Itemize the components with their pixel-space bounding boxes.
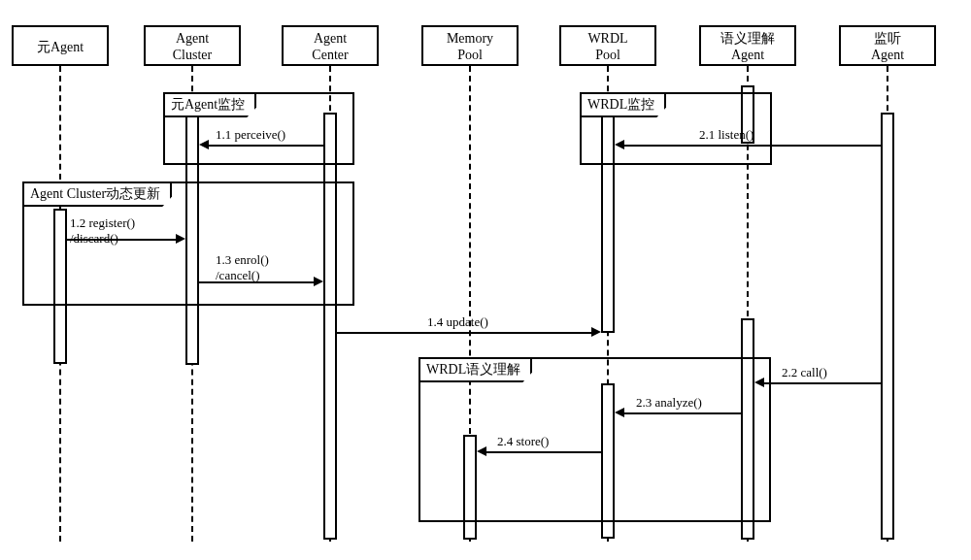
arrow-left-icon [754, 378, 764, 387]
lifeline-label-l1: Memory [447, 31, 493, 46]
message-label: 2.3 analyze() [636, 395, 702, 411]
activation-bar [323, 113, 337, 540]
arrow-right-icon [314, 277, 323, 286]
lifeline-label-l2: Pool [595, 48, 620, 62]
arrow-left-icon [615, 408, 624, 417]
arrow-left-icon [199, 140, 209, 149]
message-line [624, 412, 741, 414]
lifeline-semantic-agent: 语义理解 Agent [699, 25, 796, 66]
lifeline-label-l2: Agent [871, 48, 904, 62]
frame-label: WRDL语义理解 [419, 357, 532, 382]
lifeline-memory-pool: Memory Pool [421, 25, 519, 66]
lifeline-label-l2: Cluster [173, 48, 212, 62]
arrow-right-icon [591, 327, 601, 337]
lifeline-listen-agent: 监听 Agent [839, 25, 936, 66]
message-label: 2.2 call() [782, 365, 827, 380]
arrow-left-icon [477, 446, 486, 456]
message-label: 1.4 update() [427, 314, 488, 330]
lifeline-label-l1: 监听 [874, 31, 901, 46]
sequence-diagram: 元Agent Agent Cluster Agent Center Memory… [0, 0, 971, 560]
lifeline-label-l2: Agent [731, 48, 764, 62]
lifeline-label: 元Agent [37, 40, 84, 54]
message-label: 1.1 perceive() [216, 127, 285, 143]
message-label: 1.2 register() /discard() [70, 215, 135, 246]
message-label: 2.1 listen() [699, 127, 753, 143]
lifeline-meta-agent: 元Agent [12, 25, 109, 66]
lifeline-label-l1: Agent [314, 31, 347, 46]
lifeline-label-l2: Center [312, 48, 348, 62]
message-line [337, 332, 591, 334]
message-label: 1.3 enrol() /cancel() [216, 252, 269, 282]
message-line [209, 145, 323, 147]
frame-label: WRDL监控 [580, 92, 666, 117]
message-line [486, 451, 601, 453]
frame-label: Agent Cluster动态更新 [22, 181, 172, 207]
lifeline-label-l2: Pool [457, 48, 483, 62]
frame-label: 元Agent监控 [163, 92, 256, 117]
lifeline-label-l1: 语义理解 [720, 31, 775, 46]
lifeline-label-l1: WRDL [587, 31, 627, 46]
lifeline-label-l1: Agent [176, 31, 209, 46]
arrow-right-icon [176, 234, 185, 244]
message-label: 2.4 store() [497, 434, 549, 449]
activation-bar [881, 113, 894, 540]
message-line [624, 145, 881, 147]
frame-wrdl-semantic: WRDL语义理解 [419, 357, 771, 522]
lifeline-agent-center: Agent Center [282, 25, 379, 66]
lifeline-agent-cluster: Agent Cluster [144, 25, 241, 66]
lifeline-wrdl-pool: WRDL Pool [559, 25, 656, 66]
message-line [764, 382, 881, 384]
arrow-left-icon [615, 140, 624, 149]
